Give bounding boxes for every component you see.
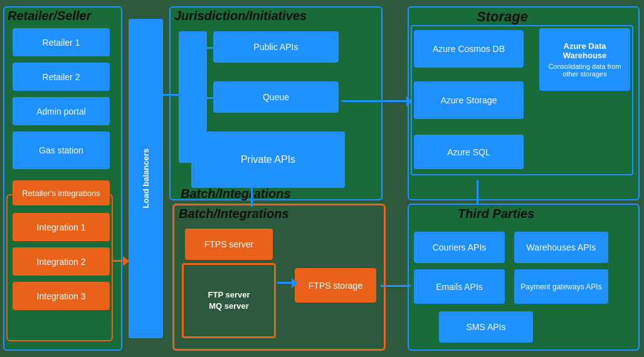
sms-apis-box: SMS APIs <box>439 311 533 343</box>
azure-cosmos-box: Azure Cosmos DB <box>414 30 524 68</box>
integration-3-box: Integration 3 <box>13 282 110 310</box>
azure-sql-box: Azure SQL <box>414 135 524 169</box>
batch-to-third-parties <box>381 285 411 287</box>
warehouses-apis-box: Warehouses APIs <box>514 232 608 263</box>
j-to-s-arrowhead <box>406 96 413 106</box>
retailer-2-box: Retailer 2 <box>13 63 110 91</box>
ftps-arrowhead <box>292 278 298 288</box>
third-parties-label: Third Parties <box>458 207 534 221</box>
retailer-integrations-label: Retailer's integrations <box>13 180 110 205</box>
couriers-apis-box: Couriers APIs <box>414 232 505 263</box>
storage-to-third-parties <box>477 180 478 204</box>
gas-station-box: Gas station <box>13 132 110 169</box>
admin-portal-box: Admin portal <box>13 97 110 125</box>
integration-arrowhead <box>123 256 129 266</box>
conn-private-apis <box>207 160 216 162</box>
ftps-storage-box: FTPS storage <box>295 268 376 303</box>
conn-public-apis <box>207 47 216 49</box>
payment-gateways-box: Payment gateways APIs <box>514 269 608 304</box>
retailer-label: Retailer/Seller <box>8 9 91 23</box>
private-to-batch-arrow <box>251 188 253 207</box>
integration-2-box: Integration 2 <box>13 247 110 276</box>
batch-label: Batch/Integrations <box>181 187 291 201</box>
lb-to-jurisdiction-arrow <box>163 94 179 96</box>
storage-label: Storage <box>477 9 528 25</box>
batch-section-label: Batch/Integrations <box>179 207 289 221</box>
ftps-server-box: FTPS server <box>185 229 273 260</box>
retailer-1-box: Retailer 1 <box>13 28 110 56</box>
integration-1-box: Integration 1 <box>13 213 110 241</box>
conn-queue <box>207 97 216 99</box>
load-balancer-bar: Load balancers <box>129 19 163 338</box>
emails-apis-box: Emails APIs <box>414 269 505 304</box>
azure-data-warehouse-box: Azure Data Warehouse Consolidating data … <box>539 28 630 91</box>
public-apis-box: Public APIs <box>213 31 339 63</box>
ftp-mq-server-box: FTP serverMQ server <box>182 263 276 338</box>
azure-storage-box: Azure Storage <box>414 81 524 119</box>
jurisdiction-label: Jurisdiction/Initiatives <box>174 9 307 23</box>
jurisdiction-to-storage-arrow <box>342 100 411 102</box>
architecture-diagram: Retailer/Seller Retailer 1 Retailer 2 Ad… <box>0 0 644 357</box>
queue-box: Queue <box>213 81 339 113</box>
load-balancer-label: Load balancers <box>141 148 150 208</box>
